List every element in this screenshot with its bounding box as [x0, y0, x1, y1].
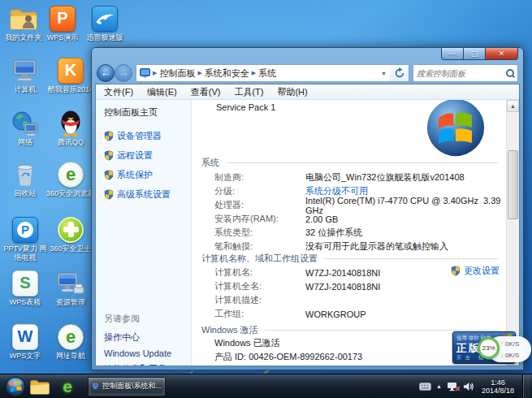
- windows-logo: [425, 100, 487, 160]
- chevron-right-icon: ▶: [153, 70, 157, 76]
- breadcrumb-system[interactable]: 系统: [258, 67, 276, 80]
- close-icon: ✕: [499, 50, 505, 57]
- desktop-icon-360-safe[interactable]: 360安全卫士: [45, 216, 97, 253]
- taskbar-explorer-button[interactable]: [26, 376, 54, 397]
- volume-icon[interactable]: [463, 382, 474, 392]
- desktop-icon-pptv[interactable]: P PPTV聚力 网络电视: [2, 216, 49, 262]
- icon-label: WPS表格: [2, 298, 49, 307]
- sidebar-item-action-center[interactable]: 操作中心: [104, 331, 171, 344]
- search-icon[interactable]: [506, 69, 514, 77]
- show-hidden-icons-button[interactable]: ▲: [436, 383, 442, 389]
- desktop-icon-wps-sheet[interactable]: S WPS表格: [2, 270, 49, 307]
- workgroup-value: WORKGROUP: [305, 309, 366, 319]
- scrollbar-thumb[interactable]: [508, 150, 518, 219]
- sidebar-item-advanced-settings[interactable]: 高级系统设置: [104, 188, 191, 201]
- sidebar-home-link[interactable]: 控制面板主页: [104, 106, 191, 119]
- upload-arrow-icon: ↑: [500, 340, 504, 348]
- start-button[interactable]: [5, 376, 26, 397]
- icon-label: 360安全浏览器: [45, 189, 97, 198]
- wps-writer-icon: W: [12, 324, 38, 350]
- sidebar-item-system-protection[interactable]: 系统保护: [104, 169, 191, 181]
- menu-view[interactable]: 查看(V): [191, 86, 221, 98]
- minimize-button[interactable]: —: [441, 48, 464, 60]
- address-dropdown-icon[interactable]: ▼: [381, 71, 387, 76]
- taskbar-clock[interactable]: 1:46 2014/8/18: [478, 379, 517, 395]
- taskbar-browser-button[interactable]: e: [54, 376, 81, 397]
- resource-manager-icon: [56, 270, 85, 296]
- sidebar-item-windows-update[interactable]: Windows Update: [104, 348, 171, 358]
- system-type-value: 32 位操作系统: [305, 227, 362, 239]
- speed-widget[interactable]: ↑0K/S ↓0K/S 23%: [478, 335, 531, 364]
- refresh-icon: [394, 67, 405, 79]
- desktop-icon-360-browser[interactable]: e 360安全浏览器: [45, 161, 97, 198]
- clock-time: 1:46: [478, 379, 517, 387]
- menu-bar: 文件(F) 编辑(E) 查看(V) 工具(T) 帮助(H): [96, 84, 519, 100]
- main-content: Service Pack 1 系统 制造商:电脑公司_Win732位旗舰装机版v…: [192, 100, 506, 366]
- computer-name-value: W7ZJ-20140818NI: [305, 268, 380, 278]
- folder-icon: [29, 378, 50, 396]
- uac-shield-icon: [104, 170, 114, 180]
- learn-more-link[interactable]: 联机了解更多内容...: [435, 365, 514, 366]
- computer-info-rows: 计算机名:W7ZJ-20140818NI 计算机全名:W7ZJ-20140818…: [214, 266, 501, 321]
- memory-percent-ball[interactable]: 23%: [478, 337, 500, 359]
- network-globe-icon: [11, 110, 39, 136]
- desktop-icon-wps-writer[interactable]: W WPS文字: [2, 323, 49, 361]
- download-speed: 0K/S: [505, 352, 519, 359]
- scroll-up-icon[interactable]: ▲: [507, 100, 519, 112]
- search-box[interactable]: [413, 64, 518, 82]
- sidebar-item-performance-tools[interactable]: 性能信息和工具: [104, 363, 171, 366]
- address-bar[interactable]: ▶ 控制面板 ▶ 系统和安全 ▶ 系统 ▼: [136, 64, 391, 82]
- menu-help[interactable]: 帮助(H): [277, 86, 307, 98]
- back-button[interactable]: ←: [97, 64, 115, 82]
- info-row: 处理器:Intel(R) Core(TM) i7-4770 CPU @ 3.40…: [214, 198, 501, 212]
- upload-speed: 0K/S: [505, 340, 519, 348]
- info-row: 计算机描述:: [214, 293, 501, 307]
- desktop-icon-resource-manager[interactable]: 资源管理: [45, 270, 97, 307]
- desktop-icon-recycle-bin[interactable]: 回收站: [2, 161, 49, 198]
- download-arrow-icon: ↓: [500, 352, 504, 359]
- menu-edit[interactable]: 编辑(E): [147, 86, 177, 98]
- breadcrumb-control-panel[interactable]: 控制面板: [159, 67, 195, 80]
- refresh-button[interactable]: [390, 64, 409, 82]
- breadcrumb-system-security[interactable]: 系统和安全: [205, 67, 249, 80]
- desktop-icon-qq[interactable]: 腾讯QQ: [45, 110, 97, 147]
- maximize-button[interactable]: ▢: [464, 48, 486, 60]
- taskbar: e 控制面板\系统和... ▲ ✕ 1:46 2014/8/18: [0, 374, 532, 398]
- desktop-icon-thunder[interactable]: 迅雷极速版: [81, 5, 128, 42]
- desktop-icon-site-nav[interactable]: e 网址导航: [45, 323, 97, 361]
- sidebar-item-label: 高级系统设置: [117, 188, 171, 201]
- computer-icon: [11, 58, 40, 84]
- sidebar-item-device-manager[interactable]: 设备管理器: [104, 130, 191, 142]
- uac-shield-icon: [104, 150, 114, 161]
- clock-date: 2014/8/18: [478, 387, 517, 395]
- title-bar[interactable]: — ▢ ✕: [95, 48, 520, 63]
- desktop-icon-computer[interactable]: 计算机: [2, 57, 49, 94]
- system-info-rows: 制造商:电脑公司_Win732位旗舰装机版v201408 分级:系统分级不可用 …: [214, 171, 501, 253]
- pen-touch-value: 没有可用于此显示器的笔或触控输入: [305, 240, 448, 253]
- close-button[interactable]: ✕: [486, 48, 518, 60]
- forward-button[interactable]: →: [115, 64, 132, 82]
- 360-safe-icon: [58, 217, 84, 243]
- pptv-icon: P: [12, 217, 38, 243]
- icon-label: 360安全卫士: [45, 244, 97, 253]
- menu-file[interactable]: 文件(F): [104, 86, 133, 98]
- desktop-icon-wps-presentation[interactable]: P WPS演示: [39, 5, 86, 42]
- show-desktop-button[interactable]: [522, 374, 530, 398]
- sidebar-item-label: 系统保护: [117, 169, 153, 181]
- taskbar-active-window-button[interactable]: 控制面板\系统和...: [88, 377, 166, 396]
- system-section-header: 系统: [201, 157, 498, 169]
- vertical-scrollbar[interactable]: ▲ ▼: [506, 100, 519, 366]
- search-input[interactable]: [417, 69, 506, 78]
- network-status-icon[interactable]: ✕: [447, 382, 458, 392]
- maximize-icon: ▢: [471, 50, 478, 57]
- site-nav-icon: e: [58, 324, 84, 350]
- input-method-icon[interactable]: [419, 383, 431, 391]
- info-row: 笔和触摸:没有可用于此显示器的笔或触控输入: [214, 240, 501, 253]
- menu-tools[interactable]: 工具(T): [234, 86, 263, 98]
- sidebar-item-remote-settings[interactable]: 远程设置: [104, 149, 191, 162]
- desktop-icon-kuwo-music[interactable]: K 酷我音乐2014: [45, 57, 97, 94]
- computer-name-section-header: 计算机名称、域和工作组设置: [201, 253, 498, 265]
- desktop-icon-network[interactable]: 网络: [2, 110, 49, 147]
- recycle-bin-icon: [13, 161, 37, 188]
- wps-presentation-icon: P: [50, 6, 76, 32]
